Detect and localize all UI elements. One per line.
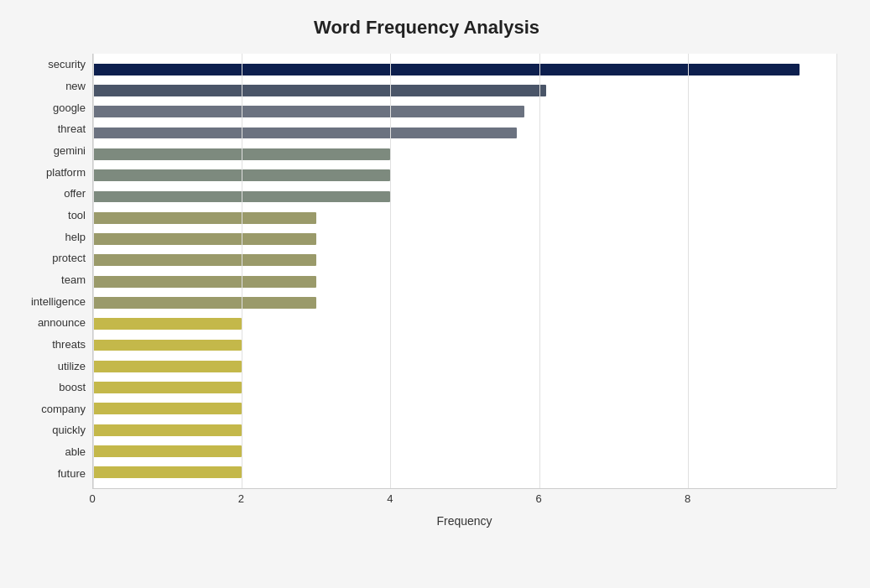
bar-row [93, 271, 836, 292]
y-label: threat [58, 118, 86, 140]
x-axis-label: Frequency [92, 514, 836, 528]
bars-wrapper [92, 54, 836, 489]
bar-row [93, 440, 836, 461]
bar [93, 233, 316, 245]
bar [93, 445, 242, 457]
bar [93, 466, 242, 478]
bar [93, 403, 242, 414]
x-tick: 2 [238, 492, 244, 505]
chart-title: Word Frequency Analysis [17, 17, 836, 39]
bar [93, 254, 316, 266]
chart-container: Word Frequency Analysis securitynewgoogl… [0, 0, 870, 588]
bar [93, 85, 546, 96]
y-label: new [65, 75, 86, 97]
bar-row [93, 59, 836, 80]
bar-row [93, 101, 836, 122]
bar-row [93, 164, 836, 185]
y-label: platform [46, 161, 86, 183]
bar-row [93, 250, 836, 271]
bar-row [93, 80, 836, 101]
y-label: intelligence [31, 290, 86, 312]
grid-line [836, 54, 837, 488]
bar [93, 64, 800, 75]
bar-row [93, 122, 836, 143]
y-label: help [65, 226, 86, 247]
bar-row [93, 356, 836, 377]
bar [93, 127, 517, 139]
bar [93, 276, 316, 288]
y-label: utilize [58, 355, 86, 377]
bar-row [93, 335, 836, 356]
bar-row [93, 462, 836, 483]
bar [93, 106, 524, 117]
bar [93, 318, 242, 330]
y-label: company [41, 398, 86, 420]
y-label: protect [52, 247, 86, 269]
bar-row [93, 377, 836, 398]
chart-area: securitynewgooglethreatgeminiplatformoff… [17, 54, 836, 507]
y-label: offer [64, 183, 86, 205]
bar-row [93, 314, 836, 335]
bar [93, 361, 242, 372]
y-axis: securitynewgooglethreatgeminiplatformoff… [17, 54, 92, 507]
bar [93, 340, 242, 351]
bar [93, 148, 390, 160]
x-tick: 4 [387, 492, 393, 505]
y-label: security [48, 54, 86, 75]
bar-row [93, 186, 836, 207]
x-ticks-row: 02468 [92, 489, 836, 507]
bar-row [93, 398, 836, 419]
bar [93, 297, 316, 309]
plot-area: 02468 [92, 54, 836, 507]
y-label: able [65, 441, 86, 463]
bar [93, 382, 242, 393]
bar [93, 424, 242, 436]
x-tick: 6 [536, 492, 542, 505]
y-label: future [58, 462, 86, 484]
bar-row [93, 207, 836, 228]
y-label: quickly [52, 419, 86, 441]
y-label: boost [59, 377, 86, 398]
x-tick: 0 [89, 492, 95, 505]
bar [93, 191, 390, 203]
bar [93, 212, 316, 224]
bar [93, 169, 390, 181]
y-label: announce [38, 312, 86, 334]
bar-row [93, 292, 836, 313]
y-label: tool [68, 205, 86, 226]
bar-row [93, 143, 836, 164]
y-label: team [61, 269, 86, 291]
y-label: gemini [54, 140, 86, 162]
bar-row [93, 419, 836, 440]
y-label: google [53, 96, 86, 118]
x-tick: 8 [685, 492, 690, 505]
bar-row [93, 228, 836, 249]
y-label: threats [52, 334, 86, 356]
